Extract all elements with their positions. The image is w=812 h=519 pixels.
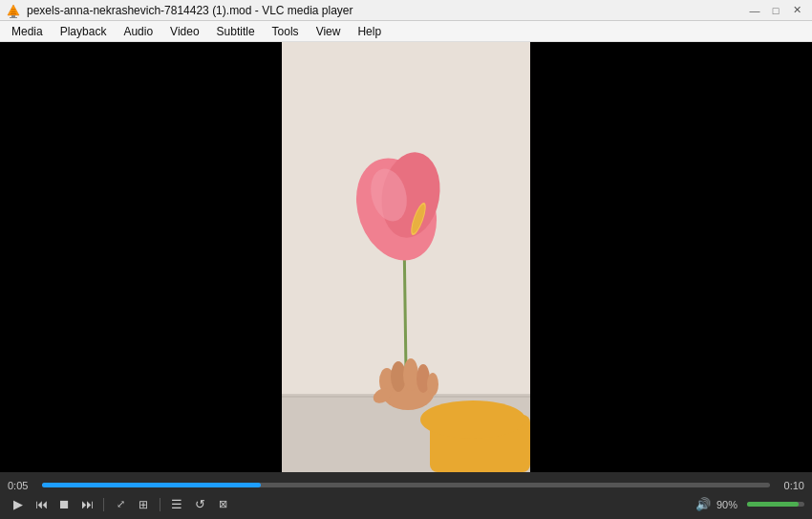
seek-bar[interactable] <box>42 483 770 487</box>
time-total: 0:10 <box>776 480 804 491</box>
loop-button[interactable]: ↺ <box>189 495 210 514</box>
volume-fill <box>747 502 799 507</box>
buttons-row: ▶ ⏮ ⏹ ⏭ ⤢ ⊞ ☰ ↺ ⊠ 🔊 90% <box>8 495 804 514</box>
fullscreen-toggle-button[interactable]: ⤢ <box>110 495 131 514</box>
random-button[interactable]: ⊠ <box>212 495 233 514</box>
maximize-button[interactable]: □ <box>766 3 785 18</box>
menu-playback[interactable]: Playback <box>53 23 115 40</box>
menu-subtitle[interactable]: Subtitle <box>209 23 263 40</box>
playlist-button[interactable]: ☰ <box>166 495 187 514</box>
button-separator-2 <box>160 498 160 511</box>
menu-video[interactable]: Video <box>162 23 206 40</box>
play-button[interactable]: ▶ <box>8 495 29 514</box>
minimize-button[interactable]: — <box>745 3 764 18</box>
black-right-pillarbox <box>530 42 812 472</box>
next-button[interactable]: ⏭ <box>76 495 97 514</box>
video-content <box>0 42 812 472</box>
menu-media[interactable]: Media <box>4 23 51 40</box>
svg-rect-1 <box>11 15 15 17</box>
close-button[interactable]: ✕ <box>787 3 806 18</box>
svg-point-20 <box>427 373 438 396</box>
titlebar: pexels-anna-nekrashevich-7814423 (1).mod… <box>0 0 812 21</box>
volume-label: 90% <box>716 499 743 510</box>
svg-point-18 <box>403 358 418 391</box>
menu-tools[interactable]: Tools <box>265 23 307 40</box>
controls-bar: 0:05 0:10 ▶ ⏮ ⏹ ⏭ ⤢ ⊞ ☰ ↺ ⊠ 🔊 90% <box>0 472 812 519</box>
flower-image <box>282 42 530 472</box>
button-separator <box>103 498 104 511</box>
menu-view[interactable]: View <box>309 23 349 40</box>
stop-button[interactable]: ⏹ <box>53 495 75 514</box>
black-left-pillarbox <box>0 42 282 472</box>
titlebar-left: pexels-anna-nekrashevich-7814423 (1).mod… <box>6 3 353 18</box>
menu-help[interactable]: Help <box>350 23 389 40</box>
extended-settings-button[interactable]: ⊞ <box>133 495 154 514</box>
titlebar-controls: — □ ✕ <box>745 3 806 18</box>
volume-section: 🔊 90% <box>694 495 804 514</box>
vlc-icon <box>6 3 21 18</box>
window-title: pexels-anna-nekrashevich-7814423 (1).mod… <box>27 4 353 17</box>
video-area <box>0 42 812 472</box>
svg-point-23 <box>420 400 525 439</box>
mute-button[interactable]: 🔊 <box>694 495 713 514</box>
volume-bar[interactable] <box>747 502 804 507</box>
prev-button[interactable]: ⏮ <box>31 495 52 514</box>
seek-row: 0:05 0:10 <box>8 480 804 491</box>
video-frame <box>282 42 530 472</box>
menubar: Media Playback Audio Video Subtitle Tool… <box>0 21 812 42</box>
menu-audio[interactable]: Audio <box>116 23 160 40</box>
svg-rect-2 <box>10 17 17 18</box>
seek-progress <box>42 483 261 487</box>
time-current: 0:05 <box>8 480 36 491</box>
